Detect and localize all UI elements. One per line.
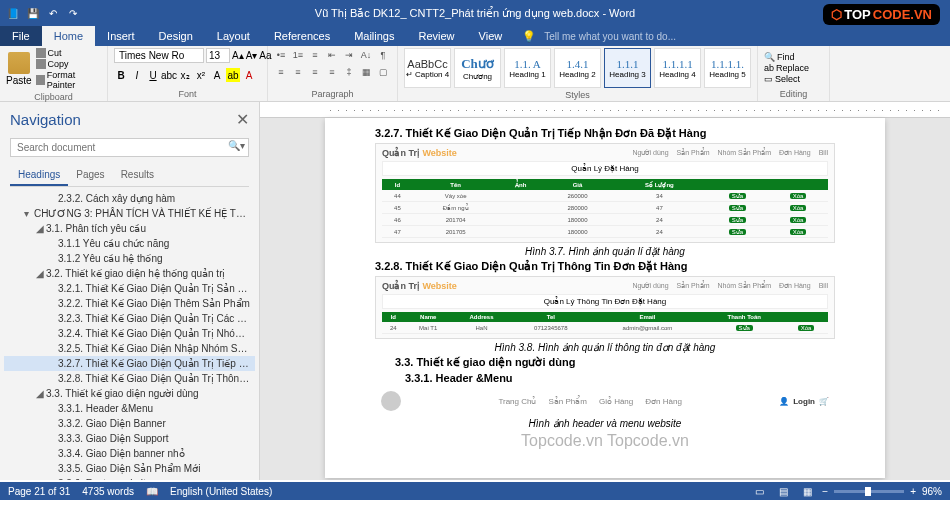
document-area[interactable]: 3.2.7. Thiết Kế Giao Diện Quản Trị Tiếp … bbox=[260, 102, 950, 480]
tree-item[interactable]: 3.2.5. Thiết Kế Giao Diện Nhập Nhóm Sản … bbox=[4, 341, 255, 356]
tree-item[interactable]: 3.3.1. Header &Menu bbox=[4, 401, 255, 416]
select-button[interactable]: ▭ Select bbox=[764, 74, 809, 84]
grow-font-icon[interactable]: A▴ bbox=[232, 50, 244, 61]
superscript-button[interactable]: x² bbox=[194, 68, 208, 82]
tree-item[interactable]: 3.2.8. Thiết Kế Giao Diện Quản Trị Thông… bbox=[4, 371, 255, 386]
zoom-in-icon[interactable]: + bbox=[910, 486, 916, 497]
ruler-horizontal[interactable] bbox=[260, 102, 950, 118]
font-name-select[interactable]: Times New Ro bbox=[114, 48, 204, 63]
search-icon[interactable]: 🔍▾ bbox=[228, 140, 245, 151]
styles-gallery[interactable]: AaBbCc↵ Caption 4 ChươChương 1.1. AHeadi… bbox=[404, 48, 751, 88]
undo-icon[interactable]: ↶ bbox=[44, 4, 62, 22]
text-effects-icon[interactable]: A bbox=[210, 68, 224, 82]
redo-icon[interactable]: ↷ bbox=[64, 4, 82, 22]
tree-item[interactable]: 3.3.4. Giao Diện banner nhỏ bbox=[4, 446, 255, 461]
tab-design[interactable]: Design bbox=[147, 26, 205, 46]
shading-icon[interactable]: ▦ bbox=[359, 65, 373, 79]
style-heading1[interactable]: 1.1. AHeading 1 bbox=[504, 48, 551, 88]
print-layout-icon[interactable]: ▤ bbox=[774, 484, 792, 498]
font-color-icon[interactable]: A bbox=[242, 68, 256, 82]
sort-icon[interactable]: A↓ bbox=[359, 48, 373, 62]
tree-item[interactable]: ◢3.3. Thiết kế giao diện người dùng bbox=[4, 386, 255, 401]
tab-view[interactable]: View bbox=[467, 26, 515, 46]
tree-item[interactable]: 3.2.3. Thiết Kế Giao Diện Quản Trị Các T… bbox=[4, 311, 255, 326]
search-input[interactable] bbox=[10, 138, 249, 157]
tree-item[interactable]: ◢3.1. Phân tích yêu cầu bbox=[4, 221, 255, 236]
show-marks-icon[interactable]: ¶ bbox=[376, 48, 390, 62]
subscript-button[interactable]: x₂ bbox=[178, 68, 192, 82]
zoom-level[interactable]: 96% bbox=[922, 486, 942, 497]
font-size-select[interactable]: 13 bbox=[206, 48, 230, 63]
align-left-icon[interactable]: ≡ bbox=[274, 65, 288, 79]
tree-item[interactable]: 3.3.2. Giao Diện Banner bbox=[4, 416, 255, 431]
zoom-slider[interactable] bbox=[834, 490, 904, 493]
tab-insert[interactable]: Insert bbox=[95, 26, 147, 46]
nav-tree[interactable]: 2.3.2. Cách xây dựng hàm▾CHƯƠNG 3: PHÂN … bbox=[0, 187, 259, 480]
tab-file[interactable]: File bbox=[0, 26, 42, 46]
tab-review[interactable]: Review bbox=[407, 26, 467, 46]
line-spacing-icon[interactable]: ‡ bbox=[342, 65, 356, 79]
read-mode-icon[interactable]: ▭ bbox=[750, 484, 768, 498]
format-painter-button[interactable]: Format Painter bbox=[36, 70, 101, 90]
spell-check-icon[interactable]: 📖 bbox=[146, 486, 158, 497]
nav-close-icon[interactable]: ✕ bbox=[236, 110, 249, 129]
language[interactable]: English (United States) bbox=[170, 486, 272, 497]
copy-button[interactable]: Copy bbox=[36, 59, 101, 69]
multilevel-icon[interactable]: ≡ bbox=[308, 48, 322, 62]
zoom-out-icon[interactable]: − bbox=[822, 486, 828, 497]
tree-item[interactable]: 3.3.6. Footer website bbox=[4, 476, 255, 480]
shrink-font-icon[interactable]: A▾ bbox=[246, 50, 258, 61]
cut-button[interactable]: Cut bbox=[36, 48, 101, 58]
word-count[interactable]: 4735 words bbox=[82, 486, 134, 497]
tab-mailings[interactable]: Mailings bbox=[342, 26, 406, 46]
bullets-icon[interactable]: •≡ bbox=[274, 48, 288, 62]
align-center-icon[interactable]: ≡ bbox=[291, 65, 305, 79]
page-count[interactable]: Page 21 of 31 bbox=[8, 486, 70, 497]
justify-icon[interactable]: ≡ bbox=[325, 65, 339, 79]
style-caption4[interactable]: AaBbCc↵ Caption 4 bbox=[404, 48, 451, 88]
align-right-icon[interactable]: ≡ bbox=[308, 65, 322, 79]
highlight-icon[interactable]: ab bbox=[226, 68, 240, 82]
tab-references[interactable]: References bbox=[262, 26, 342, 46]
borders-icon[interactable]: ▢ bbox=[376, 65, 390, 79]
strike-button[interactable]: abc bbox=[162, 68, 176, 82]
tree-item[interactable]: 3.2.2. Thiết Kế Giao Diện Thêm Sản Phẩm bbox=[4, 296, 255, 311]
page[interactable]: 3.2.7. Thiết Kế Giao Diện Quản Trị Tiếp … bbox=[325, 118, 885, 478]
mock-admin-orderinfo: Quản Trị Website Người dùngSản PhẩmNhóm … bbox=[375, 276, 835, 339]
tab-layout[interactable]: Layout bbox=[205, 26, 262, 46]
nav-tab-pages[interactable]: Pages bbox=[68, 165, 112, 186]
style-heading3[interactable]: 1.1.1Heading 3 bbox=[604, 48, 651, 88]
bold-button[interactable]: B bbox=[114, 68, 128, 82]
italic-button[interactable]: I bbox=[130, 68, 144, 82]
tree-item[interactable]: 3.2.7. Thiết Kế Giao Diện Quản Trị Tiếp … bbox=[4, 356, 255, 371]
tree-item[interactable]: ▾CHƯƠNG 3: PHÂN TÍCH VÀ THIẾT KẾ HỆ THỐN… bbox=[4, 206, 255, 221]
tree-item[interactable]: 3.2.1. Thiết Kế Giao Diện Quản Trị Sản P… bbox=[4, 281, 255, 296]
ribbon-tabs: File Home Insert Design Layout Reference… bbox=[0, 26, 950, 46]
tab-home[interactable]: Home bbox=[42, 26, 95, 46]
nav-tab-results[interactable]: Results bbox=[113, 165, 162, 186]
dec-indent-icon[interactable]: ⇤ bbox=[325, 48, 339, 62]
underline-button[interactable]: U bbox=[146, 68, 160, 82]
style-heading4[interactable]: 1.1.1.1Heading 4 bbox=[654, 48, 701, 88]
nav-tab-headings[interactable]: Headings bbox=[10, 165, 68, 186]
nav-title: Navigation bbox=[10, 111, 81, 128]
style-heading5[interactable]: 1.1.1.1.Heading 5 bbox=[704, 48, 751, 88]
find-button[interactable]: 🔍 Find bbox=[764, 52, 809, 62]
tree-item[interactable]: 3.1.1 Yêu cầu chức năng bbox=[4, 236, 255, 251]
tree-item[interactable]: 3.2.4. Thiết Kế Giao Diện Quản Trị Nhóm … bbox=[4, 326, 255, 341]
tree-item[interactable]: ◢3.2. Thiết kế giao diện hệ thống quản t… bbox=[4, 266, 255, 281]
numbering-icon[interactable]: 1≡ bbox=[291, 48, 305, 62]
save-icon[interactable]: 💾 bbox=[24, 4, 42, 22]
tree-item[interactable]: 3.3.5. Giao Diện Sản Phẩm Mới bbox=[4, 461, 255, 476]
tree-item[interactable]: 3.3.3. Giao Diện Support bbox=[4, 431, 255, 446]
paste-button[interactable]: Paste bbox=[6, 52, 32, 86]
tree-item[interactable]: 2.3.2. Cách xây dựng hàm bbox=[4, 191, 255, 206]
tell-me[interactable]: Tell me what you want to do... bbox=[544, 31, 676, 42]
web-layout-icon[interactable]: ▦ bbox=[798, 484, 816, 498]
tree-item[interactable]: 3.1.2 Yêu cầu hệ thống bbox=[4, 251, 255, 266]
heading-331: 3.3.1. Header &Menu bbox=[375, 372, 835, 384]
style-heading2[interactable]: 1.4.1Heading 2 bbox=[554, 48, 601, 88]
style-chuong[interactable]: ChươChương bbox=[454, 48, 501, 88]
inc-indent-icon[interactable]: ⇥ bbox=[342, 48, 356, 62]
replace-button[interactable]: ab Replace bbox=[764, 63, 809, 73]
